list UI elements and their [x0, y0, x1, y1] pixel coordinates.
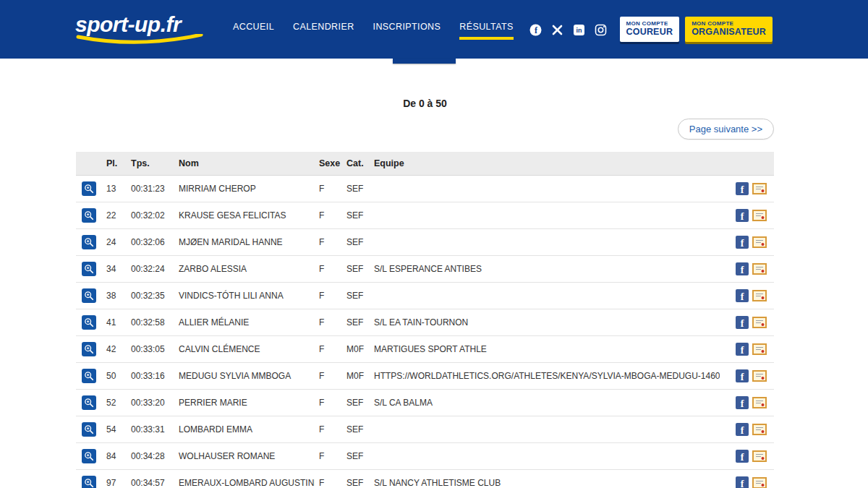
certificate-icon[interactable] [752, 236, 767, 248]
certificate-icon[interactable] [752, 424, 767, 435]
cell-category: SEF [342, 202, 370, 229]
certificate-icon[interactable] [752, 263, 767, 275]
cell-category: SEF [342, 416, 370, 443]
results-range-label: De 0 à 50 [76, 98, 774, 109]
cell-team: S/L EA TAIN-TOURNON [370, 309, 720, 336]
magnifier-plus-icon [84, 317, 94, 328]
magnifier-plus-icon [84, 184, 94, 194]
row-detail-zoom-button[interactable] [82, 315, 96, 330]
certificate-icon[interactable] [752, 397, 767, 408]
cell-category: SEF [342, 470, 370, 488]
row-detail-zoom-button[interactable] [82, 208, 96, 223]
cell-place: 54 [102, 416, 127, 443]
certificate-glyph [752, 236, 767, 248]
header-equipe: Equipe [370, 152, 720, 176]
certificate-icon[interactable] [752, 450, 767, 462]
cell-sex: F [315, 443, 342, 470]
magnifier-plus-icon [84, 344, 94, 354]
row-detail-zoom-button[interactable] [82, 181, 96, 196]
row-detail-zoom-button[interactable] [82, 235, 96, 249]
svg-text:in: in [576, 27, 582, 34]
cell-time: 00:33:16 [127, 363, 174, 390]
row-detail-zoom-button[interactable] [82, 449, 96, 463]
certificate-icon[interactable] [752, 290, 767, 301]
header-nom: Nom [174, 152, 315, 176]
cell-team: S/L NANCY ATHLETISME CLUB [370, 470, 720, 488]
row-detail-zoom-button[interactable] [82, 422, 96, 437]
row-detail-zoom-button[interactable] [82, 342, 96, 356]
facebook-share-icon[interactable]: f [736, 476, 749, 488]
row-detail-zoom-button[interactable] [82, 369, 96, 383]
cell-place: 52 [102, 390, 127, 416]
nav-item-accueil[interactable]: ACCUEIL [233, 22, 274, 40]
facebook-share-icon[interactable]: f [736, 423, 749, 436]
cell-name: CALVIN CLÉMENCE [174, 336, 315, 363]
cell-time: 00:32:35 [127, 283, 174, 309]
table-row: 13 00:31:23 MIRRIAM CHEROP F SEF f [76, 176, 774, 202]
certificate-icon[interactable] [752, 477, 767, 488]
mon-compte-coureur-button[interactable]: MON COMPTE COUREUR [620, 17, 680, 42]
cell-place: 97 [102, 470, 127, 488]
cell-category: SEF [342, 176, 370, 202]
cell-place: 13 [102, 176, 127, 202]
facebook-share-icon[interactable]: f [736, 343, 749, 356]
cell-sex: F [315, 229, 342, 256]
certificate-icon[interactable] [752, 210, 767, 221]
facebook-share-icon[interactable]: f [736, 182, 749, 195]
table-row: 22 00:32:02 KRAUSE GESA FELICITAS F SEF … [76, 202, 774, 229]
cell-sex: F [315, 470, 342, 488]
facebook-share-icon[interactable]: f [736, 262, 749, 275]
facebook-share-icon[interactable]: f [736, 369, 749, 382]
certificate-icon[interactable] [752, 370, 767, 382]
nav-item-calendrier[interactable]: CALENDRIER [293, 22, 354, 40]
facebook-share-icon[interactable]: f [736, 289, 749, 302]
cell-place: 24 [102, 229, 127, 256]
account-buttons: MON COMPTE COUREUR MON COMPTE ORGANISATE… [620, 17, 773, 42]
table-row: 52 00:33:20 PERRIER MARIE F SEF S/L CA B… [76, 390, 774, 416]
magnifier-plus-icon [84, 451, 94, 461]
certificate-glyph [752, 397, 767, 408]
certificate-icon[interactable] [752, 317, 767, 328]
mon-compte-organisateur-button[interactable]: MON COMPTE ORGANISATEUR [685, 17, 773, 42]
magnifier-plus-icon [84, 424, 94, 435]
cell-team [370, 176, 720, 202]
cell-team [370, 416, 720, 443]
pagination-row: Page suivante >> [76, 119, 774, 140]
instagram-icon[interactable] [595, 24, 607, 36]
magnifier-plus-icon [84, 478, 94, 488]
facebook-share-icon[interactable]: f [736, 236, 749, 249]
row-detail-zoom-button[interactable] [82, 288, 96, 303]
row-detail-zoom-button[interactable] [82, 476, 96, 488]
cell-team: S/L CA BALMA [370, 390, 720, 416]
magnifier-plus-icon [84, 398, 94, 408]
cell-team: HTTPS://WORLDATHLETICS.ORG/ATHLETES/KENY… [370, 363, 720, 390]
cell-place: 38 [102, 283, 127, 309]
partially-hidden-button[interactable] [393, 59, 456, 64]
certificate-icon[interactable] [752, 183, 767, 194]
cell-name: WOLHAUSER ROMANE [174, 443, 315, 470]
sportup-logo[interactable]: sport-up.fr [75, 14, 207, 46]
results-table-body: 13 00:31:23 MIRRIAM CHEROP F SEF f [76, 176, 774, 488]
nav-item-resultats[interactable]: RÉSULTATS [459, 22, 513, 40]
nav-item-inscriptions[interactable]: INSCRIPTIONS [373, 22, 441, 40]
certificate-icon[interactable] [752, 343, 767, 355]
facebook-share-icon[interactable]: f [736, 396, 749, 409]
facebook-share-icon[interactable]: f [736, 316, 749, 329]
facebook-share-icon[interactable]: f [736, 209, 749, 222]
linkedin-icon[interactable]: in [573, 24, 585, 36]
facebook-icon[interactable]: f [529, 24, 542, 36]
cell-place: 84 [102, 443, 127, 470]
results-table: Pl. Tps. Nom Sexe Cat. Equipe 13 00:31:2… [76, 152, 774, 488]
header-sexe: Sexe [315, 152, 342, 176]
facebook-share-icon[interactable]: f [736, 450, 749, 463]
cell-name: PERRIER MARIE [174, 390, 315, 416]
cell-time: 00:31:23 [127, 176, 174, 202]
table-row: 84 00:34:28 WOLHAUSER ROMANE F SEF f [76, 443, 774, 470]
next-page-button[interactable]: Page suivante >> [678, 119, 774, 140]
row-detail-zoom-button[interactable] [82, 395, 96, 410]
cell-category: SEF [342, 309, 370, 336]
magnifier-plus-icon [84, 237, 94, 247]
row-detail-zoom-button[interactable] [82, 262, 96, 276]
results-table-header: Pl. Tps. Nom Sexe Cat. Equipe [76, 152, 774, 176]
x-icon[interactable] [551, 24, 563, 36]
